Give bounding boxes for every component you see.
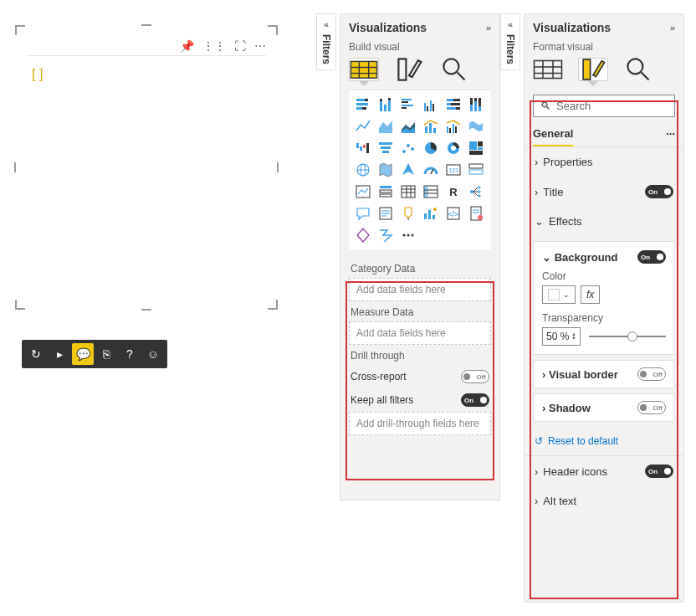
- svg-rect-10: [356, 107, 362, 110]
- svg-rect-20: [402, 107, 407, 109]
- section-properties[interactable]: ›Properties: [525, 147, 683, 177]
- visual-border-card[interactable]: › Visual border Off: [533, 360, 675, 388]
- empty-visual-glyph: [ ]: [32, 67, 43, 82]
- svg-rect-38: [429, 123, 432, 133]
- focus-icon[interactable]: ⛶: [234, 39, 246, 53]
- viz-multi-card-icon[interactable]: [467, 161, 485, 179]
- tab-analytics[interactable]: [439, 58, 469, 81]
- viz-line-icon[interactable]: [354, 117, 372, 136]
- tab-general[interactable]: General: [533, 122, 573, 146]
- viz-goals-icon[interactable]: [399, 204, 417, 223]
- svg-rect-95: [424, 213, 427, 219]
- viz-scatter-icon[interactable]: [399, 139, 417, 157]
- emoji-button[interactable]: ☺: [142, 343, 164, 365]
- viz-clustered-column-icon[interactable]: [422, 95, 440, 114]
- filters-collapsed-right[interactable]: « Filters: [500, 13, 520, 70]
- viz-narrative-icon[interactable]: [376, 204, 395, 223]
- section-effects[interactable]: ⌄Effects: [525, 207, 683, 236]
- filter-icon[interactable]: ⋮⋮: [202, 39, 226, 53]
- color-picker[interactable]: ⌄: [542, 285, 576, 304]
- svg-rect-97: [432, 215, 435, 219]
- title-toggle[interactable]: On: [645, 185, 673, 198]
- category-data-dropzone[interactable]: Add data fields here: [349, 278, 491, 301]
- pin-icon[interactable]: 📌: [180, 39, 194, 53]
- viz-azure-map-icon[interactable]: [399, 161, 417, 179]
- chevron-right-icon: ›: [535, 465, 538, 478]
- transparency-input[interactable]: 50 %▲▼: [542, 327, 581, 346]
- svg-rect-32: [470, 105, 473, 111]
- viz-r-icon[interactable]: R: [444, 182, 463, 201]
- viz-key-influencers-icon[interactable]: [422, 204, 440, 223]
- header-icons-toggle[interactable]: On: [645, 465, 673, 478]
- section-alt-text[interactable]: ›Alt text: [525, 486, 683, 516]
- viz-kpi-icon[interactable]: [354, 182, 372, 201]
- play-button[interactable]: ▸: [49, 343, 70, 365]
- cross-report-toggle[interactable]: Off: [461, 370, 489, 383]
- viz-powerapps-icon[interactable]: [354, 226, 372, 244]
- visual-border-toggle[interactable]: Off: [637, 367, 666, 381]
- chevron-right-icon: ›: [542, 368, 545, 381]
- refresh-button[interactable]: ↻: [25, 343, 47, 365]
- viz-map-icon[interactable]: [354, 161, 372, 179]
- viz-waterfall-icon[interactable]: [354, 139, 372, 157]
- viz-ribbon-icon[interactable]: [467, 117, 485, 136]
- more-icon[interactable]: ⋯: [254, 39, 266, 53]
- viz-funnel-icon[interactable]: [376, 139, 395, 157]
- viz-card-icon[interactable]: 123: [444, 161, 463, 179]
- viz-paginated-icon[interactable]: [467, 204, 485, 223]
- viz-100-bar-icon[interactable]: [444, 95, 463, 114]
- viz-slicer-icon[interactable]: [376, 182, 395, 201]
- transparency-label: Transparency: [542, 312, 666, 324]
- tab-format-visual[interactable]: [394, 58, 424, 81]
- help-button[interactable]: ?: [119, 343, 141, 365]
- viz-line-clustered-icon[interactable]: [444, 117, 463, 136]
- tab-build-visual[interactable]: [349, 58, 379, 81]
- viz-decomposition-icon[interactable]: [467, 182, 485, 201]
- svg-rect-71: [380, 190, 392, 192]
- chevron-down-icon: ⌄: [535, 215, 544, 228]
- viz-pie-icon[interactable]: [422, 139, 440, 157]
- drill-through-dropzone[interactable]: Add drill-through fields here: [349, 412, 491, 435]
- collapse-right-icon[interactable]: »: [486, 23, 491, 33]
- more-options-icon[interactable]: ···: [666, 122, 675, 146]
- measure-data-dropzone[interactable]: Add data fields here: [349, 321, 491, 345]
- filters-collapsed-left[interactable]: « Filters: [316, 13, 336, 70]
- viz-qa-icon[interactable]: [354, 204, 372, 223]
- reset-to-default[interactable]: ↺Reset to default: [525, 427, 683, 455]
- section-header-icons[interactable]: ›Header icons On: [525, 455, 683, 486]
- viz-gauge-icon[interactable]: [422, 161, 440, 179]
- viz-100-column-icon[interactable]: [467, 95, 485, 114]
- canvas-visual-placeholder[interactable]: 📌 ⋮⋮ ⛶ ⋯ [ ]: [15, 25, 278, 310]
- fx-button[interactable]: fx: [581, 285, 600, 304]
- viz-stacked-bar-icon[interactable]: [354, 95, 372, 114]
- tab-analytics[interactable]: [623, 58, 653, 81]
- search-input[interactable]: 🔍︎ Search: [533, 95, 675, 117]
- section-title[interactable]: ›Title On: [525, 177, 683, 207]
- viz-matrix-icon[interactable]: [422, 182, 440, 201]
- chat-button[interactable]: 💬: [72, 343, 94, 365]
- export-button[interactable]: ⎘: [95, 343, 117, 365]
- svg-rect-8: [365, 99, 368, 101]
- viz-clustered-bar-icon[interactable]: [399, 95, 417, 114]
- keep-filters-toggle[interactable]: On: [461, 393, 489, 407]
- collapse-right-icon[interactable]: »: [670, 23, 675, 33]
- viz-filled-map-icon[interactable]: [376, 161, 395, 179]
- viz-table-icon[interactable]: [399, 182, 417, 201]
- viz-python-icon[interactable]: </>: [444, 204, 463, 223]
- viz-area-icon[interactable]: [376, 117, 395, 136]
- background-toggle[interactable]: On: [637, 250, 666, 264]
- viz-treemap-icon[interactable]: [467, 139, 485, 157]
- svg-point-107: [412, 234, 414, 237]
- viz-stacked-area-icon[interactable]: [399, 117, 417, 136]
- chevron-right-icon: ›: [535, 186, 538, 198]
- transparency-slider[interactable]: [589, 336, 666, 337]
- viz-donut-icon[interactable]: [444, 139, 463, 157]
- viz-stacked-column-icon[interactable]: [376, 95, 395, 114]
- viz-line-stacked-icon[interactable]: [422, 117, 440, 136]
- shadow-card[interactable]: › Shadow Off: [533, 393, 675, 422]
- tab-format-visual[interactable]: [578, 58, 608, 81]
- shadow-toggle[interactable]: Off: [637, 401, 666, 414]
- viz-powerautomate-icon[interactable]: [376, 226, 395, 244]
- tab-build-visual[interactable]: [533, 58, 563, 81]
- viz-more-icon[interactable]: [399, 226, 417, 244]
